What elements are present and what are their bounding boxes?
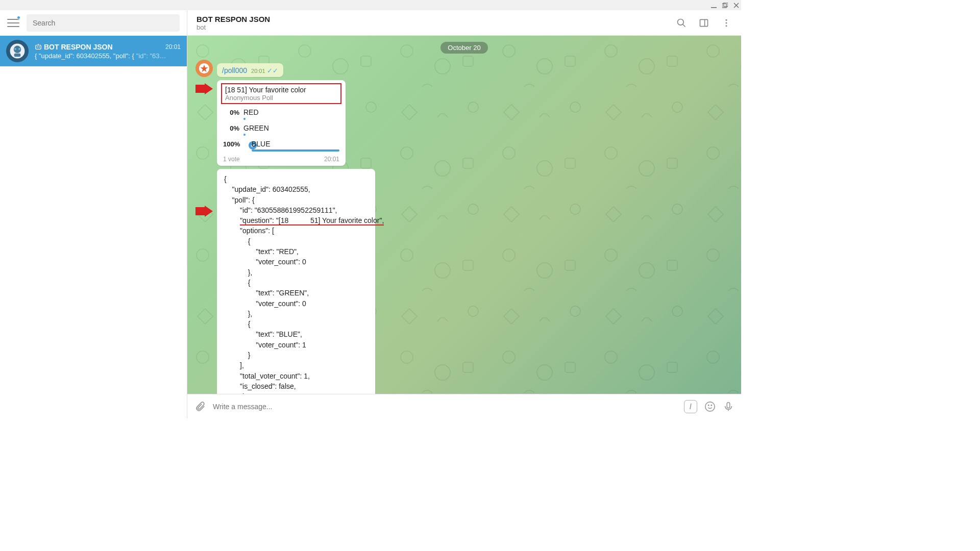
message-row-command: /poll000 20:01 ✓✓	[195, 59, 733, 77]
read-checks-icon: ✓✓	[267, 67, 278, 74]
search-input[interactable]	[33, 19, 174, 27]
poll-question: [18 51] Your favorite color	[225, 86, 337, 94]
poll-percent: 0%	[223, 108, 239, 116]
svg-rect-14	[700, 19, 708, 26]
chat-header-title[interactable]: BOT RESPON JSON bot	[197, 15, 676, 31]
svg-marker-20	[195, 83, 213, 94]
chat-avatar	[6, 40, 29, 62]
emoji-icon[interactable]	[704, 401, 716, 412]
sidepanel-icon[interactable]	[698, 17, 709, 29]
command-text: /poll000	[222, 66, 247, 74]
svg-rect-1	[722, 4, 726, 8]
chat-time: 20:01	[165, 43, 181, 51]
poll-question-highlight: [18 51] Your favorite color Anonymous Po…	[221, 83, 341, 104]
svg-rect-7	[14, 54, 21, 57]
bot-icon	[35, 43, 42, 51]
svg-marker-26	[195, 206, 213, 217]
svg-rect-30	[727, 402, 730, 408]
svg-point-5	[14, 48, 16, 50]
svg-point-10	[39, 46, 40, 47]
composer-bar: /	[187, 394, 741, 418]
window-titlebar	[0, 0, 741, 10]
message-row-poll: [18 51] Your favorite color Anonymous Po…	[217, 80, 733, 166]
svg-point-9	[37, 46, 38, 47]
main-panel: BOT RESPON JSON bot October 20 /po	[187, 10, 741, 418]
attach-icon[interactable]	[194, 401, 206, 412]
chat-title: BOT RESPON JSON	[197, 15, 676, 23]
more-icon[interactable]	[721, 17, 732, 29]
json-bubble[interactable]: { "update_id": 603402555, "poll": { "id"…	[217, 169, 375, 394]
chat-list: BOT RESPON JSON 20:01 { "update_id": 603…	[0, 36, 187, 418]
svg-point-28	[708, 405, 709, 405]
json-anon-underline: "is_anonymous": true,	[240, 392, 309, 394]
chat-preview: { "update_id": 603402555, "poll": {"id":…	[35, 52, 181, 60]
poll-percent: 100%	[223, 140, 239, 148]
poll-option[interactable]: 100% BLUE	[223, 140, 339, 152]
svg-rect-8	[36, 45, 41, 49]
sidebar-header	[0, 10, 187, 36]
poll-bubble[interactable]: [18 51] Your favorite color Anonymous Po…	[217, 80, 346, 166]
chat-name-label: BOT RESPON JSON	[44, 43, 113, 51]
message-row-json: { "update_id": 603402555, "poll": { "id"…	[195, 169, 733, 394]
close-icon[interactable]	[733, 2, 739, 8]
date-badge: October 20	[440, 42, 487, 54]
svg-point-6	[18, 48, 20, 50]
svg-point-27	[705, 402, 715, 411]
arrow-icon	[195, 206, 213, 217]
svg-line-13	[683, 24, 685, 27]
chat-list-item[interactable]: BOT RESPON JSON 20:01 { "update_id": 603…	[0, 36, 187, 66]
poll-option-label: BLUE	[252, 140, 339, 148]
poll-subtitle: Anonymous Poll	[225, 94, 337, 102]
message-time: 20:01	[324, 156, 339, 163]
svg-rect-2	[724, 3, 728, 7]
svg-point-29	[711, 405, 712, 405]
poll-vote-count: 1 vote	[223, 156, 240, 163]
message-bubble-outgoing[interactable]: /poll000 20:01 ✓✓	[217, 63, 283, 78]
chat-header: BOT RESPON JSON bot	[187, 10, 741, 36]
svg-point-16	[726, 19, 727, 20]
poll-option-label: GREEN	[243, 124, 339, 132]
chat-area: October 20 /poll000 20:01 ✓✓	[187, 36, 741, 394]
sidebar: BOT RESPON JSON 20:01 { "update_id": 603…	[0, 10, 187, 418]
message-time: 20:01	[251, 68, 265, 74]
chat-subtitle: bot	[197, 23, 676, 31]
json-question-underline: "question": "[18 51] Your favorite color…	[240, 216, 384, 226]
poll-percent: 0%	[223, 124, 239, 132]
maximize-icon[interactable]	[722, 2, 728, 8]
voice-icon[interactable]	[723, 401, 734, 412]
svg-point-17	[726, 22, 727, 23]
poll-option[interactable]: 0% GREEN	[223, 124, 339, 136]
poll-option[interactable]: 0% RED	[223, 108, 339, 120]
svg-rect-0	[711, 7, 717, 8]
commands-button[interactable]: /	[684, 400, 697, 413]
svg-point-12	[678, 19, 684, 25]
search-icon[interactable]	[676, 17, 687, 29]
arrow-icon	[195, 83, 213, 94]
user-avatar[interactable]	[195, 60, 213, 77]
poll-option-label: RED	[243, 108, 339, 116]
message-input[interactable]	[213, 403, 677, 411]
menu-icon[interactable]	[7, 17, 19, 29]
search-box[interactable]	[27, 14, 180, 32]
minimize-icon[interactable]	[710, 2, 717, 8]
svg-point-18	[726, 25, 727, 27]
